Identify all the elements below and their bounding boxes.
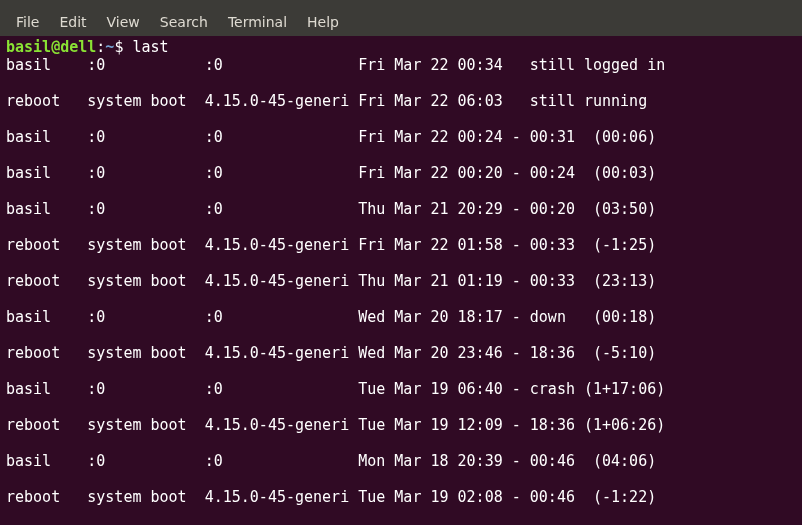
output-line: basil :0 :0 Tue Mar 19 06:40 - crash (1+… (6, 380, 796, 398)
prompt-dollar: $ (114, 38, 132, 56)
prompt-user-host: basil@dell (6, 38, 96, 56)
output-line: basil :0 :0 Wed Mar 20 18:17 - down (00:… (6, 308, 796, 326)
output-line: basil :0 :0 Fri Mar 22 00:24 - 00:31 (00… (6, 128, 796, 146)
output-line: reboot system boot 4.15.0-45-generi Wed … (6, 344, 796, 362)
menu-edit[interactable]: Edit (51, 12, 94, 32)
window-titlebar (0, 0, 802, 8)
output-line: basil :0 :0 Fri Mar 22 00:34 still logge… (6, 56, 796, 74)
output-line: reboot system boot 4.15.0-45-generi Thu … (6, 272, 796, 290)
menu-search[interactable]: Search (152, 12, 216, 32)
output-line: reboot system boot 4.15.0-45-generi Tue … (6, 416, 796, 434)
output-line: basil :0 :0 Fri Mar 22 00:20 - 00:24 (00… (6, 164, 796, 182)
prompt-colon: : (96, 38, 105, 56)
menu-file[interactable]: File (8, 12, 47, 32)
output-line: reboot system boot 4.15.0-45-generi Fri … (6, 92, 796, 110)
output-line: reboot system boot 4.15.0-45-generi Tue … (6, 488, 796, 506)
command-text: last (132, 38, 168, 56)
menu-help[interactable]: Help (299, 12, 347, 32)
output-line: basil :0 :0 Mon Mar 18 20:39 - 00:46 (04… (6, 452, 796, 470)
output-line: basil :0 :0 Thu Mar 21 20:29 - 00:20 (03… (6, 200, 796, 218)
menubar: File Edit View Search Terminal Help (0, 8, 802, 36)
output-line: reboot system boot 4.15.0-45-generi Fri … (6, 236, 796, 254)
terminal-area[interactable]: basil@dell:~$ last basil :0 :0 Fri Mar 2… (0, 36, 802, 525)
menu-view[interactable]: View (99, 12, 148, 32)
menu-terminal[interactable]: Terminal (220, 12, 295, 32)
